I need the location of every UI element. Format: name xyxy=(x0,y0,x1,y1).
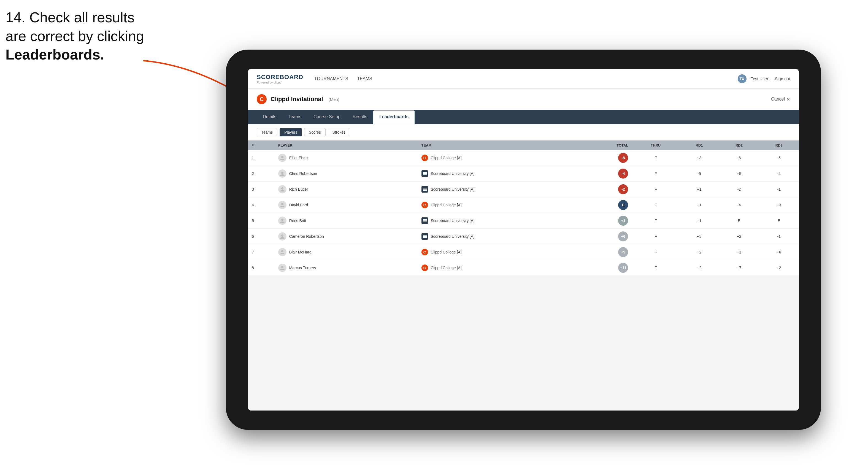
cell-total: +1 xyxy=(581,213,632,229)
team-icon-clippd: C xyxy=(422,155,428,161)
tournament-title-area: C Clippd Invitational (Men) xyxy=(257,94,339,104)
cell-rank: 8 xyxy=(248,260,274,276)
cell-rd3: +2 xyxy=(759,260,799,276)
tab-course-setup[interactable]: Course Setup xyxy=(307,111,346,124)
filter-row: Teams Players Scores Strokes xyxy=(248,124,799,141)
score-badge: +11 xyxy=(618,263,628,273)
cell-rd2: -2 xyxy=(719,182,759,197)
player-name: Marcus Turners xyxy=(289,266,316,270)
cell-player: Cameron Robertson xyxy=(274,229,417,244)
tab-results[interactable]: Results xyxy=(346,111,373,124)
cell-thru: F xyxy=(632,150,679,166)
tablet-screen: SCOREBOARD Powered by clippd TOURNAMENTS… xyxy=(248,69,799,410)
player-name: Blair McHarg xyxy=(289,250,312,254)
team-name: Clippd College [A] xyxy=(431,250,462,254)
col-team: TEAM xyxy=(417,141,581,150)
svg-point-3 xyxy=(281,187,283,190)
cell-player: Marcus Turners xyxy=(274,260,417,276)
team-icon-scoreboard xyxy=(422,170,428,177)
player-avatar xyxy=(278,264,286,272)
filter-strokes[interactable]: Strokes xyxy=(328,128,350,136)
col-rd1: RD1 xyxy=(679,141,719,150)
tab-teams[interactable]: Teams xyxy=(282,111,307,124)
cell-player: Rich Butler xyxy=(274,182,417,197)
cell-rd1: +3 xyxy=(679,150,719,166)
user-avatar: TU xyxy=(738,74,746,83)
player-avatar xyxy=(278,232,286,241)
svg-point-7 xyxy=(281,250,283,252)
cell-rd1: +1 xyxy=(679,197,719,213)
cell-rd2: -4 xyxy=(719,197,759,213)
cell-player: Blair McHarg xyxy=(274,244,417,260)
cell-total: +9 xyxy=(581,244,632,260)
col-thru: THRU xyxy=(632,141,679,150)
cell-rd3: E xyxy=(759,213,799,229)
cell-rank: 2 xyxy=(248,166,274,182)
cell-rd1: +2 xyxy=(679,260,719,276)
filter-teams[interactable]: Teams xyxy=(257,128,277,136)
score-badge: -8 xyxy=(618,153,628,163)
player-avatar xyxy=(278,217,286,225)
svg-point-2 xyxy=(281,172,283,174)
cell-total: -8 xyxy=(581,150,632,166)
filter-scores[interactable]: Scores xyxy=(304,128,326,136)
cell-rd2: +2 xyxy=(719,229,759,244)
cell-thru: F xyxy=(632,229,679,244)
cancel-button[interactable]: Cancel ✕ xyxy=(771,97,790,102)
nav-signout[interactable]: Sign out xyxy=(775,76,790,81)
team-icon-scoreboard xyxy=(422,217,428,224)
cell-rd3: +3 xyxy=(759,197,799,213)
svg-point-6 xyxy=(281,235,283,237)
svg-point-5 xyxy=(281,219,283,221)
filter-players[interactable]: Players xyxy=(280,128,302,136)
tab-details[interactable]: Details xyxy=(257,111,282,124)
nav-tournaments[interactable]: TOURNAMENTS xyxy=(314,75,348,82)
cell-rd1: +5 xyxy=(679,229,719,244)
cell-rd2: -6 xyxy=(719,150,759,166)
player-avatar xyxy=(278,169,286,178)
cell-thru: F xyxy=(632,182,679,197)
table-row: 4 David Ford CClippd College [A]EF+1-4+3 xyxy=(248,197,799,213)
player-name: Rees Britt xyxy=(289,218,306,223)
score-badge: +6 xyxy=(618,231,628,241)
player-name: Rich Butler xyxy=(289,187,308,191)
cell-rd3: -1 xyxy=(759,182,799,197)
cell-rank: 5 xyxy=(248,213,274,229)
instruction-text: 14. Check all results are correct by cli… xyxy=(5,8,144,64)
team-icon-clippd: C xyxy=(422,264,428,271)
nav-teams[interactable]: TEAMS xyxy=(357,75,372,82)
table-row: 3 Rich Butler Scoreboard University [A]-… xyxy=(248,182,799,197)
cell-team: Scoreboard University [A] xyxy=(417,229,581,244)
tournament-gender: (Men) xyxy=(329,97,339,102)
table-row: 7 Blair McHarg CClippd College [A]+9F+2+… xyxy=(248,244,799,260)
score-badge: -2 xyxy=(618,184,628,194)
cell-team: CClippd College [A] xyxy=(417,244,581,260)
svg-point-4 xyxy=(281,203,283,205)
leaderboard-content: # PLAYER TEAM TOTAL THRU RD1 RD2 RD3 1 xyxy=(248,141,799,410)
leaderboard-table: # PLAYER TEAM TOTAL THRU RD1 RD2 RD3 1 xyxy=(248,141,799,276)
tab-leaderboards[interactable]: Leaderboards xyxy=(373,111,414,124)
cell-team: CClippd College [A] xyxy=(417,260,581,276)
nav-user-text: Test User | xyxy=(751,76,771,81)
cell-thru: F xyxy=(632,213,679,229)
player-avatar xyxy=(278,185,286,193)
cell-team: CClippd College [A] xyxy=(417,197,581,213)
team-icon-clippd: C xyxy=(422,249,428,255)
score-badge: -4 xyxy=(618,168,628,179)
cell-rd2: E xyxy=(719,213,759,229)
team-name: Scoreboard University [A] xyxy=(431,172,475,176)
cell-total: -2 xyxy=(581,182,632,197)
col-total: TOTAL xyxy=(581,141,632,150)
col-player: PLAYER xyxy=(274,141,417,150)
col-rd2: RD2 xyxy=(719,141,759,150)
cell-player: Rees Britt xyxy=(274,213,417,229)
cell-total: +6 xyxy=(581,229,632,244)
team-name: Scoreboard University [A] xyxy=(431,234,475,239)
team-name: Clippd College [A] xyxy=(431,266,462,270)
player-name: David Ford xyxy=(289,203,308,207)
cell-rd3: +6 xyxy=(759,244,799,260)
tablet-frame: SCOREBOARD Powered by clippd TOURNAMENTS… xyxy=(226,50,821,430)
player-avatar xyxy=(278,248,286,256)
cell-rank: 7 xyxy=(248,244,274,260)
cell-rd1: +2 xyxy=(679,244,719,260)
